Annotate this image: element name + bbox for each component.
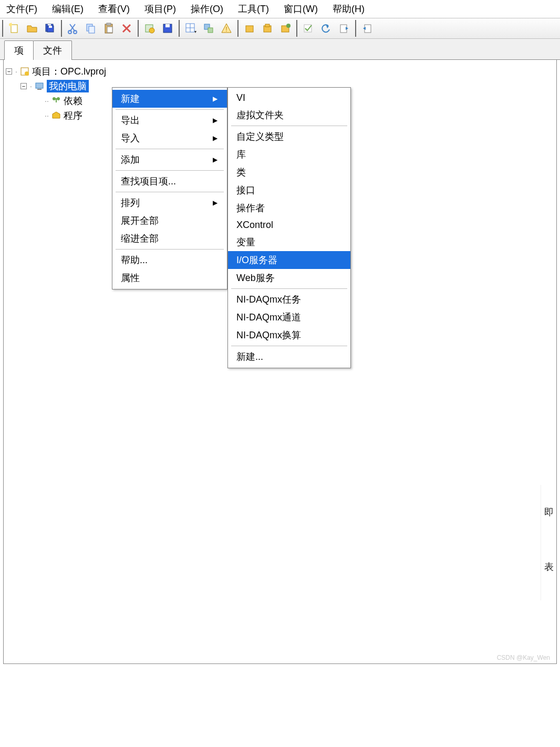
side-text: 表: [544, 561, 554, 573]
ctx-label: 添加: [121, 153, 140, 166]
project-tree: − · 项目：OPC.lvproj − · 我的电脑 ·· 依赖 ·· 程序: [3, 60, 557, 664]
sub-variable[interactable]: 变量: [228, 233, 350, 251]
sub-daq-task[interactable]: NI-DAQmx任务: [228, 290, 350, 308]
menu-view[interactable]: 查看(V): [94, 2, 134, 16]
delete-icon[interactable]: [119, 20, 134, 36]
new-file-icon[interactable]: [6, 20, 22, 36]
paste-icon[interactable]: [101, 20, 117, 36]
sub-library[interactable]: 库: [228, 146, 350, 163]
sub-interface[interactable]: 接口: [228, 181, 350, 199]
project-config-icon[interactable]: [142, 20, 158, 36]
svg-point-14: [149, 28, 154, 33]
ctx-label: 属性: [121, 272, 140, 284]
svg-rect-11: [107, 23, 111, 25]
ctx-label: 展开全部: [121, 214, 159, 227]
svg-rect-12: [107, 27, 112, 33]
ctx-label: 新建...: [236, 350, 263, 363]
ctx-label: 导出: [121, 114, 140, 127]
doc-right-icon[interactable]: [359, 20, 375, 36]
tool-icon[interactable]: [201, 20, 216, 36]
warning-icon[interactable]: !: [219, 20, 234, 36]
sub-xcontrol[interactable]: XControl: [228, 217, 350, 233]
open-folder-icon[interactable]: [24, 20, 40, 36]
menu-project[interactable]: 项目(P): [140, 2, 180, 16]
ctx-expand[interactable]: 展开全部: [112, 212, 227, 230]
undo-icon[interactable]: [318, 20, 334, 36]
sub-new[interactable]: 新建...: [228, 348, 350, 366]
context-menu: 新建 ▶ 导出 ▶ 导入 ▶ 添加 ▶ 查找项目项... 排列 ▶ 展开全部: [112, 87, 227, 289]
svg-point-29: [286, 24, 291, 28]
ctx-label: 自定义类型: [236, 130, 284, 143]
box1-icon[interactable]: [242, 20, 257, 36]
svg-rect-16: [165, 24, 170, 27]
ctx-label: XControl: [236, 220, 273, 231]
svg-marker-20: [194, 31, 196, 33]
sub-class[interactable]: 类: [228, 163, 350, 181]
ctx-label: NI-DAQmx换算: [236, 329, 301, 341]
menu-tools[interactable]: 工具(T): [234, 2, 273, 16]
svg-point-37: [25, 71, 29, 76]
ctx-add[interactable]: 添加 ▶: [112, 151, 227, 169]
ctx-label: Web服务: [236, 272, 275, 284]
expander-icon[interactable]: −: [20, 83, 27, 89]
menu-help[interactable]: 帮助(H): [328, 2, 369, 16]
ctx-import[interactable]: 导入 ▶: [112, 129, 227, 147]
menu-file[interactable]: 文件(F): [2, 2, 42, 16]
tree-label: 程序: [64, 109, 82, 122]
ctx-label: 接口: [236, 184, 255, 196]
toolbar: !: [0, 18, 560, 39]
svg-rect-42: [55, 98, 57, 99]
svg-marker-44: [53, 112, 60, 118]
ctx-label: 缩进全部: [121, 232, 159, 245]
ctx-new[interactable]: 新建 ▶: [112, 90, 227, 108]
doc-left-icon[interactable]: [336, 20, 352, 36]
ctx-find[interactable]: 查找项目项...: [112, 172, 227, 190]
ctx-export[interactable]: 导出 ▶: [112, 111, 227, 129]
ctx-label: 排列: [121, 196, 140, 209]
tree-label: 项目：OPC.lvproj: [32, 65, 106, 78]
svg-point-7: [74, 30, 77, 34]
sub-daq-scale[interactable]: NI-DAQmx换算: [228, 326, 350, 344]
builds-icon: [51, 110, 61, 121]
side-panel: 即 表: [541, 485, 556, 600]
sub-operator[interactable]: 操作者: [228, 199, 350, 217]
expander-icon[interactable]: −: [6, 68, 12, 75]
tab-project[interactable]: 项: [4, 40, 34, 60]
menu-window[interactable]: 窗口(W): [279, 2, 322, 16]
ctx-label: NI-DAQmx通道: [236, 311, 301, 324]
ctx-label: 查找项目项...: [121, 175, 176, 188]
sub-vi[interactable]: VI: [228, 90, 350, 106]
grid-config-icon[interactable]: [183, 20, 199, 36]
tab-files[interactable]: 文件: [33, 40, 72, 60]
svg-rect-9: [89, 26, 95, 33]
svg-rect-5: [49, 26, 52, 28]
sub-custom-type[interactable]: 自定义类型: [228, 128, 350, 146]
box3-icon[interactable]: [277, 20, 293, 36]
ctx-arrange[interactable]: 排列 ▶: [112, 194, 227, 212]
ctx-collapse[interactable]: 缩进全部: [112, 230, 227, 247]
ctx-properties[interactable]: 属性: [112, 269, 227, 287]
sub-daq-channel[interactable]: NI-DAQmx通道: [228, 308, 350, 326]
check-icon[interactable]: [300, 20, 316, 36]
svg-point-6: [68, 30, 71, 34]
tab-bar: 项 文件: [0, 39, 560, 60]
tree-label-selected: 我的电脑: [47, 80, 89, 92]
copy-icon[interactable]: [83, 20, 99, 36]
cut-icon[interactable]: [65, 20, 81, 36]
svg-rect-38: [36, 83, 43, 88]
menu-operate[interactable]: 操作(O): [186, 2, 227, 16]
sub-io-server[interactable]: I/O服务器: [228, 251, 350, 269]
sub-web-service[interactable]: Web服务: [228, 269, 350, 287]
menu-edit[interactable]: 编辑(E): [48, 2, 88, 16]
svg-rect-27: [265, 24, 269, 27]
ctx-label: I/O服务器: [236, 254, 277, 266]
save-all-icon[interactable]: [42, 20, 58, 36]
sub-virtual-folder[interactable]: 虚拟文件夹: [228, 106, 350, 124]
save-icon[interactable]: [160, 20, 175, 36]
svg-rect-43: [56, 99, 57, 102]
ctx-help[interactable]: 帮助...: [112, 251, 227, 269]
tree-row-project-root[interactable]: − · 项目：OPC.lvproj: [6, 64, 554, 79]
dependencies-icon: [51, 96, 61, 106]
svg-point-1: [9, 23, 12, 26]
box2-icon[interactable]: [260, 20, 275, 36]
